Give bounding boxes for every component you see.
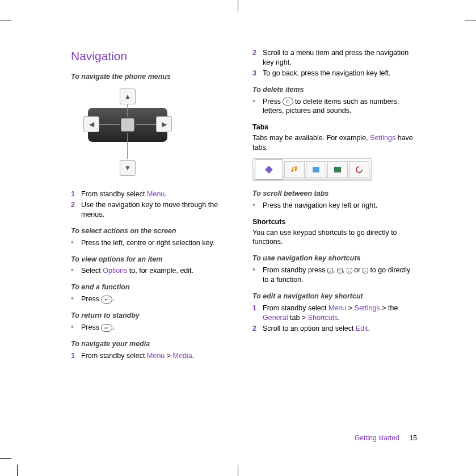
bullet-end-function: • Press ↩.: [71, 294, 235, 304]
bullet-icon: •: [71, 266, 81, 276]
end-key-icon: ↩: [101, 296, 112, 304]
shortcuts-description: You can use keypad shortcuts to go direc…: [252, 228, 417, 247]
bullet-select-actions: • Press the left, centre or right select…: [71, 238, 235, 248]
bullet-icon: •: [252, 266, 263, 285]
subhead-view-options: To view options for an item: [71, 255, 235, 264]
step-cont-3: 3 To go back, press the navigation key l…: [252, 69, 417, 78]
ui-settings: Settings: [370, 134, 395, 142]
step-text: From standby select Menu > Settings > th…: [263, 304, 417, 323]
bullet-use-nav-shortcuts: • From standby press △, ▽, ◁ or ▷ to go …: [252, 266, 417, 285]
step-text: To go back, press the navigation key lef…: [263, 69, 417, 78]
svg-marker-0: [265, 166, 273, 174]
step-number: 1: [252, 304, 263, 323]
ui-media: Media: [173, 352, 192, 360]
ui-settings: Settings: [355, 304, 380, 312]
step-text: Press ↩.: [81, 323, 235, 332]
step-number: 3: [252, 69, 263, 78]
nav-center-icon: [121, 118, 134, 132]
step-text: From standby select Menu.: [81, 189, 235, 199]
bullet-return-standby: • Press ↩.: [71, 323, 235, 332]
svg-rect-2: [334, 167, 341, 172]
right-column: 2 Scroll to a menu item and press the na…: [252, 48, 417, 434]
nav-left-key-icon: ◁: [347, 268, 352, 273]
bullet-icon: •: [71, 294, 81, 304]
tab-selected: [255, 159, 283, 180]
nav-down-icon: ▼: [120, 160, 136, 176]
nav-right-icon: ▶: [156, 116, 172, 132]
tab-item: [306, 161, 326, 178]
photo-icon: [311, 165, 321, 174]
bullet-icon: •: [71, 323, 81, 332]
page-footer: Getting started 15: [71, 434, 417, 442]
nav-up-key-icon: △: [327, 268, 333, 273]
tab-item: [284, 161, 305, 178]
bullet-delete-items: • Press C to delete items such as number…: [252, 97, 417, 116]
bullet-view-options: • Select Options to, for example, edit.: [71, 266, 235, 276]
end-key-icon: ↩: [101, 324, 112, 332]
subhead-end-function: To end a function: [71, 283, 235, 292]
subhead-navigate-media: To navigate your media: [71, 339, 235, 349]
subhead-use-nav-shortcuts: To use navigation key shortcuts: [252, 254, 417, 263]
step-number: 2: [252, 324, 263, 334]
subhead-select-actions: To select actions on the screen: [71, 226, 235, 236]
tabs-illustration: [252, 158, 372, 181]
subhead-scroll-tabs: To scroll between tabs: [252, 189, 417, 199]
step-text: Use the navigation key to move through t…: [81, 200, 235, 220]
step-edit-1: 1 From standby select Menu > Settings > …: [252, 304, 417, 323]
diamond-icon: [264, 165, 273, 174]
subhead-delete-items: To delete items: [252, 85, 417, 95]
svg-rect-1: [313, 167, 319, 172]
ui-shortcuts: Shortcuts: [308, 314, 338, 322]
footer-page-number: 15: [410, 434, 417, 442]
tab-item: [327, 161, 348, 178]
step-edit-2: 2 Scroll to an option and select Edit.: [252, 324, 417, 334]
step-text: Press ↩.: [81, 294, 235, 304]
step-2: 2 Use the navigation key to move through…: [71, 200, 235, 220]
nav-down-key-icon: ▽: [337, 268, 343, 273]
subhead-edit-nav-shortcut: To edit a navigation key shortcut: [252, 292, 417, 301]
footer-section: Getting started: [355, 434, 399, 442]
step-1: 1 From standby select Menu.: [71, 189, 235, 199]
ui-menu: Menu: [147, 190, 165, 198]
nav-left-icon: ◀: [83, 116, 99, 132]
ui-menu: Menu: [328, 304, 346, 312]
heading-shortcuts: Shortcuts: [252, 217, 417, 227]
subhead-return-standby: To return to standby: [71, 311, 235, 321]
ui-options: Options: [103, 267, 127, 275]
nav-up-icon: ▲: [120, 89, 136, 104]
nav-right-key-icon: ▷: [363, 268, 368, 273]
bullet-icon: •: [71, 238, 81, 248]
c-key-icon: C: [283, 98, 293, 106]
bullet-icon: •: [252, 97, 263, 116]
step-text: From standby press △, ▽, ◁ or ▷ to go di…: [263, 266, 417, 285]
ui-general: General: [263, 314, 288, 322]
step-text: Press the left, centre or right selectio…: [81, 238, 235, 248]
step-cont-2: 2 Scroll to a menu item and press the na…: [252, 48, 417, 68]
step-text: Scroll to a menu item and press the navi…: [263, 48, 417, 68]
sync-icon: [355, 165, 364, 174]
heading-tabs: Tabs: [252, 123, 417, 132]
ui-edit: Edit: [356, 325, 368, 332]
tab-item: [349, 161, 369, 178]
tabs-description: Tabs may be available. For example, Sett…: [252, 133, 417, 153]
subhead-navigate-menus: To navigate the phone menus: [71, 72, 235, 82]
step-text: Press C to delete items such as numbers,…: [263, 97, 417, 116]
step-text: Scroll to an option and select Edit.: [263, 324, 417, 334]
step-media-1: 1 From standby select Menu > Media.: [71, 351, 235, 361]
bullet-scroll-tabs: • Press the navigation key left or right…: [252, 201, 417, 210]
ui-menu: Menu: [147, 352, 165, 360]
step-text: Press the navigation key left or right.: [263, 201, 417, 210]
step-number: 1: [71, 189, 81, 199]
navigation-key-diagram: ▲ ▼ ◀ ▶: [71, 85, 184, 182]
screen-icon: [333, 165, 342, 174]
step-text: Select Options to, for example, edit.: [81, 266, 235, 276]
page-content: Navigation To navigate the phone menus ▲…: [71, 48, 417, 434]
step-number: 2: [71, 200, 81, 220]
step-text: From standby select Menu > Media.: [81, 351, 235, 361]
step-number: 1: [71, 351, 81, 361]
bullet-icon: •: [252, 201, 263, 210]
music-icon: [290, 165, 299, 174]
section-title: Navigation: [71, 48, 235, 64]
left-column: Navigation To navigate the phone menus ▲…: [71, 48, 235, 434]
step-number: 2: [252, 48, 263, 68]
